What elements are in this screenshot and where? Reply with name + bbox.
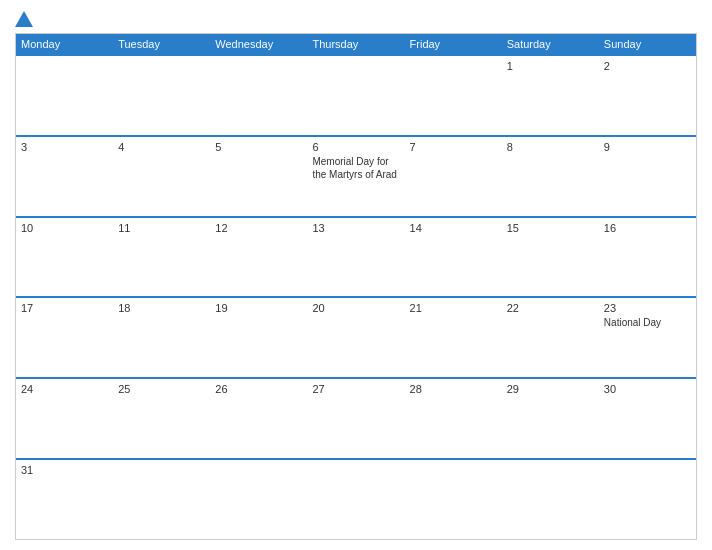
calendar-cell-2-5: 7: [405, 137, 502, 216]
calendar-cell-5-6: 29: [502, 379, 599, 458]
weekday-header-saturday: Saturday: [502, 34, 599, 54]
day-number: 17: [21, 302, 108, 314]
calendar-cell-5-1: 24: [16, 379, 113, 458]
calendar-cell-3-4: 13: [307, 218, 404, 297]
day-number: 26: [215, 383, 302, 395]
day-number: 11: [118, 222, 205, 234]
calendar-row-3: 10111213141516: [16, 216, 696, 297]
calendar-cell-1-2: [113, 56, 210, 135]
calendar-cell-6-3: [210, 460, 307, 539]
calendar-cell-2-7: 9: [599, 137, 696, 216]
calendar-page: MondayTuesdayWednesdayThursdayFridaySatu…: [0, 0, 712, 550]
calendar-cell-3-5: 14: [405, 218, 502, 297]
day-number: 14: [410, 222, 497, 234]
calendar-cell-4-3: 19: [210, 298, 307, 377]
calendar-cell-4-2: 18: [113, 298, 210, 377]
calendar-row-4: 17181920212223National Day: [16, 296, 696, 377]
day-number: 8: [507, 141, 594, 153]
calendar-cell-4-1: 17: [16, 298, 113, 377]
weekday-header-monday: Monday: [16, 34, 113, 54]
day-number: 5: [215, 141, 302, 153]
logo: [15, 10, 35, 28]
calendar-cell-3-3: 12: [210, 218, 307, 297]
calendar-cell-3-6: 15: [502, 218, 599, 297]
calendar-row-6: 31: [16, 458, 696, 539]
calendar-cell-4-5: 21: [405, 298, 502, 377]
day-number: 24: [21, 383, 108, 395]
day-number: 18: [118, 302, 205, 314]
calendar-cell-6-5: [405, 460, 502, 539]
event-label: Memorial Day for the Martyrs of Arad: [312, 155, 399, 181]
calendar-cell-2-6: 8: [502, 137, 599, 216]
calendar-cell-6-2: [113, 460, 210, 539]
calendar-cell-3-1: 10: [16, 218, 113, 297]
calendar-cell-2-1: 3: [16, 137, 113, 216]
calendar-cell-1-4: [307, 56, 404, 135]
day-number: 10: [21, 222, 108, 234]
day-number: 2: [604, 60, 691, 72]
calendar-cell-5-4: 27: [307, 379, 404, 458]
weekday-header-friday: Friday: [405, 34, 502, 54]
calendar-header: MondayTuesdayWednesdayThursdayFridaySatu…: [16, 34, 696, 54]
calendar-cell-3-7: 16: [599, 218, 696, 297]
calendar-cell-1-6: 1: [502, 56, 599, 135]
calendar-cell-1-7: 2: [599, 56, 696, 135]
day-number: 21: [410, 302, 497, 314]
calendar-cell-4-4: 20: [307, 298, 404, 377]
calendar-cell-4-7: 23National Day: [599, 298, 696, 377]
day-number: 27: [312, 383, 399, 395]
calendar-cell-6-6: [502, 460, 599, 539]
calendar-cell-5-5: 28: [405, 379, 502, 458]
calendar-cell-3-2: 11: [113, 218, 210, 297]
calendar-cell-1-3: [210, 56, 307, 135]
day-number: 15: [507, 222, 594, 234]
day-number: 3: [21, 141, 108, 153]
calendar-row-2: 3456Memorial Day for the Martyrs of Arad…: [16, 135, 696, 216]
event-label: National Day: [604, 316, 691, 329]
day-number: 4: [118, 141, 205, 153]
day-number: 12: [215, 222, 302, 234]
weekday-header-thursday: Thursday: [307, 34, 404, 54]
day-number: 13: [312, 222, 399, 234]
calendar-cell-4-6: 22: [502, 298, 599, 377]
weekday-header-tuesday: Tuesday: [113, 34, 210, 54]
weekday-header-sunday: Sunday: [599, 34, 696, 54]
day-number: 25: [118, 383, 205, 395]
calendar-cell-2-2: 4: [113, 137, 210, 216]
svg-marker-0: [15, 11, 33, 27]
weekday-header-wednesday: Wednesday: [210, 34, 307, 54]
day-number: 7: [410, 141, 497, 153]
day-number: 6: [312, 141, 399, 153]
calendar-cell-2-3: 5: [210, 137, 307, 216]
calendar-cell-6-7: [599, 460, 696, 539]
calendar-cell-1-5: [405, 56, 502, 135]
day-number: 1: [507, 60, 594, 72]
logo-icon: [15, 10, 33, 28]
day-number: 23: [604, 302, 691, 314]
calendar-grid: MondayTuesdayWednesdayThursdayFridaySatu…: [15, 33, 697, 540]
calendar-row-5: 24252627282930: [16, 377, 696, 458]
calendar-cell-2-4: 6Memorial Day for the Martyrs of Arad: [307, 137, 404, 216]
calendar-cell-5-2: 25: [113, 379, 210, 458]
calendar-body: 123456Memorial Day for the Martyrs of Ar…: [16, 54, 696, 539]
day-number: 9: [604, 141, 691, 153]
day-number: 28: [410, 383, 497, 395]
day-number: 16: [604, 222, 691, 234]
day-number: 22: [507, 302, 594, 314]
day-number: 20: [312, 302, 399, 314]
day-number: 31: [21, 464, 108, 476]
day-number: 29: [507, 383, 594, 395]
calendar-cell-5-7: 30: [599, 379, 696, 458]
calendar-cell-5-3: 26: [210, 379, 307, 458]
calendar-cell-6-1: 31: [16, 460, 113, 539]
day-number: 19: [215, 302, 302, 314]
day-number: 30: [604, 383, 691, 395]
page-header: [15, 10, 697, 28]
calendar-cell-1-1: [16, 56, 113, 135]
calendar-cell-6-4: [307, 460, 404, 539]
calendar-row-1: 12: [16, 54, 696, 135]
